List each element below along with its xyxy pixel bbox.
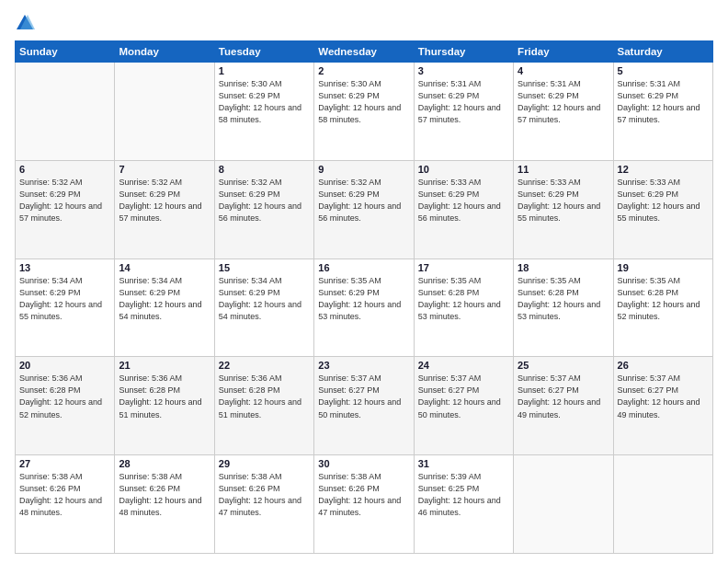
- day-info: Sunrise: 5:38 AM Sunset: 6:26 PM Dayligh…: [219, 471, 310, 519]
- day-info: Sunrise: 5:31 AM Sunset: 6:29 PM Dayligh…: [518, 78, 609, 126]
- calendar-cell: 15Sunrise: 5:34 AM Sunset: 6:29 PM Dayli…: [214, 259, 313, 357]
- day-info: Sunrise: 5:37 AM Sunset: 6:27 PM Dayligh…: [418, 373, 509, 420]
- calendar-week-row: 20Sunrise: 5:36 AM Sunset: 6:28 PM Dayli…: [16, 357, 713, 455]
- weekday-header-sunday: Sunday: [16, 41, 115, 63]
- calendar-cell: 16Sunrise: 5:35 AM Sunset: 6:29 PM Dayli…: [314, 259, 414, 357]
- calendar-cell: 24Sunrise: 5:37 AM Sunset: 6:27 PM Dayli…: [414, 357, 513, 455]
- calendar-cell: 4Sunrise: 5:31 AM Sunset: 6:29 PM Daylig…: [514, 63, 613, 161]
- weekday-header-thursday: Thursday: [414, 41, 513, 63]
- day-number: 22: [219, 360, 310, 371]
- calendar-cell: 17Sunrise: 5:35 AM Sunset: 6:28 PM Dayli…: [414, 259, 513, 357]
- calendar-cell: [613, 455, 712, 554]
- day-info: Sunrise: 5:35 AM Sunset: 6:28 PM Dayligh…: [518, 275, 609, 323]
- day-info: Sunrise: 5:34 AM Sunset: 6:29 PM Dayligh…: [219, 275, 310, 323]
- header: [15, 13, 713, 33]
- calendar-cell: 27Sunrise: 5:38 AM Sunset: 6:26 PM Dayli…: [16, 455, 115, 554]
- calendar-week-row: 1Sunrise: 5:30 AM Sunset: 6:29 PM Daylig…: [16, 63, 713, 161]
- logo-icon: [15, 13, 35, 33]
- day-number: 30: [318, 458, 409, 469]
- calendar-cell: 20Sunrise: 5:36 AM Sunset: 6:28 PM Dayli…: [16, 357, 115, 455]
- day-info: Sunrise: 5:30 AM Sunset: 6:29 PM Dayligh…: [219, 78, 310, 126]
- day-number: 15: [219, 262, 310, 273]
- calendar-header: SundayMondayTuesdayWednesdayThursdayFrid…: [16, 41, 713, 63]
- calendar-cell: [514, 455, 613, 554]
- calendar-week-row: 13Sunrise: 5:34 AM Sunset: 6:29 PM Dayli…: [16, 259, 713, 357]
- calendar-cell: 25Sunrise: 5:37 AM Sunset: 6:27 PM Dayli…: [514, 357, 613, 455]
- calendar-cell: 8Sunrise: 5:32 AM Sunset: 6:29 PM Daylig…: [214, 160, 313, 259]
- day-info: Sunrise: 5:31 AM Sunset: 6:29 PM Dayligh…: [418, 78, 509, 126]
- day-number: 20: [19, 360, 110, 371]
- weekday-header-wednesday: Wednesday: [314, 41, 414, 63]
- day-info: Sunrise: 5:33 AM Sunset: 6:29 PM Dayligh…: [518, 177, 609, 224]
- day-number: 8: [219, 164, 310, 175]
- day-number: 21: [119, 360, 210, 371]
- day-number: 10: [418, 164, 509, 175]
- day-number: 31: [418, 458, 509, 469]
- day-number: 14: [119, 262, 210, 273]
- calendar-cell: [115, 63, 214, 161]
- weekday-header-monday: Monday: [115, 41, 214, 63]
- day-number: 17: [418, 262, 509, 273]
- calendar-cell: 13Sunrise: 5:34 AM Sunset: 6:29 PM Dayli…: [16, 259, 115, 357]
- day-info: Sunrise: 5:30 AM Sunset: 6:29 PM Dayligh…: [318, 78, 409, 126]
- calendar-cell: 11Sunrise: 5:33 AM Sunset: 6:29 PM Dayli…: [514, 160, 613, 259]
- day-number: 13: [19, 262, 110, 273]
- day-info: Sunrise: 5:35 AM Sunset: 6:29 PM Dayligh…: [318, 275, 409, 323]
- day-number: 5: [618, 65, 709, 76]
- calendar-cell: 28Sunrise: 5:38 AM Sunset: 6:26 PM Dayli…: [115, 455, 214, 554]
- calendar-cell: 5Sunrise: 5:31 AM Sunset: 6:29 PM Daylig…: [613, 63, 712, 161]
- day-number: 19: [618, 262, 709, 273]
- calendar-week-row: 6Sunrise: 5:32 AM Sunset: 6:29 PM Daylig…: [16, 160, 713, 259]
- day-number: 27: [19, 458, 110, 469]
- day-number: 3: [418, 65, 509, 76]
- weekday-header-tuesday: Tuesday: [214, 41, 313, 63]
- calendar-cell: 7Sunrise: 5:32 AM Sunset: 6:29 PM Daylig…: [115, 160, 214, 259]
- day-info: Sunrise: 5:37 AM Sunset: 6:27 PM Dayligh…: [518, 373, 609, 420]
- calendar-cell: 18Sunrise: 5:35 AM Sunset: 6:28 PM Dayli…: [514, 259, 613, 357]
- calendar-cell: 1Sunrise: 5:30 AM Sunset: 6:29 PM Daylig…: [214, 63, 313, 161]
- day-number: 18: [518, 262, 609, 273]
- weekday-header-row: SundayMondayTuesdayWednesdayThursdayFrid…: [16, 41, 713, 63]
- calendar-cell: 9Sunrise: 5:32 AM Sunset: 6:29 PM Daylig…: [314, 160, 414, 259]
- day-info: Sunrise: 5:34 AM Sunset: 6:29 PM Dayligh…: [19, 275, 110, 323]
- day-info: Sunrise: 5:35 AM Sunset: 6:28 PM Dayligh…: [618, 275, 709, 323]
- calendar-cell: 19Sunrise: 5:35 AM Sunset: 6:28 PM Dayli…: [613, 259, 712, 357]
- calendar-cell: 30Sunrise: 5:38 AM Sunset: 6:26 PM Dayli…: [314, 455, 414, 554]
- calendar-cell: 10Sunrise: 5:33 AM Sunset: 6:29 PM Dayli…: [414, 160, 513, 259]
- day-info: Sunrise: 5:32 AM Sunset: 6:29 PM Dayligh…: [19, 177, 110, 224]
- day-info: Sunrise: 5:39 AM Sunset: 6:25 PM Dayligh…: [418, 471, 509, 519]
- day-info: Sunrise: 5:37 AM Sunset: 6:27 PM Dayligh…: [318, 373, 409, 420]
- day-number: 6: [19, 164, 110, 175]
- day-number: 1: [219, 65, 310, 76]
- calendar-cell: 14Sunrise: 5:34 AM Sunset: 6:29 PM Dayli…: [115, 259, 214, 357]
- day-info: Sunrise: 5:37 AM Sunset: 6:27 PM Dayligh…: [618, 373, 709, 420]
- day-number: 23: [318, 360, 409, 371]
- calendar-cell: 31Sunrise: 5:39 AM Sunset: 6:25 PM Dayli…: [414, 455, 513, 554]
- day-number: 4: [518, 65, 609, 76]
- day-number: 28: [119, 458, 210, 469]
- calendar-cell: 6Sunrise: 5:32 AM Sunset: 6:29 PM Daylig…: [16, 160, 115, 259]
- weekday-header-saturday: Saturday: [613, 41, 712, 63]
- day-number: 2: [318, 65, 409, 76]
- day-number: 26: [618, 360, 709, 371]
- day-info: Sunrise: 5:36 AM Sunset: 6:28 PM Dayligh…: [219, 373, 310, 420]
- calendar-cell: [16, 63, 115, 161]
- logo: [15, 13, 39, 33]
- day-info: Sunrise: 5:32 AM Sunset: 6:29 PM Dayligh…: [119, 177, 210, 224]
- calendar-cell: 2Sunrise: 5:30 AM Sunset: 6:29 PM Daylig…: [314, 63, 414, 161]
- day-info: Sunrise: 5:38 AM Sunset: 6:26 PM Dayligh…: [19, 471, 110, 519]
- page: SundayMondayTuesdayWednesdayThursdayFrid…: [0, 0, 728, 563]
- day-info: Sunrise: 5:38 AM Sunset: 6:26 PM Dayligh…: [318, 471, 409, 519]
- day-info: Sunrise: 5:35 AM Sunset: 6:28 PM Dayligh…: [418, 275, 509, 323]
- calendar-cell: 29Sunrise: 5:38 AM Sunset: 6:26 PM Dayli…: [214, 455, 313, 554]
- day-number: 11: [518, 164, 609, 175]
- calendar-body: 1Sunrise: 5:30 AM Sunset: 6:29 PM Daylig…: [16, 63, 713, 554]
- calendar-cell: 12Sunrise: 5:33 AM Sunset: 6:29 PM Dayli…: [613, 160, 712, 259]
- calendar-cell: 3Sunrise: 5:31 AM Sunset: 6:29 PM Daylig…: [414, 63, 513, 161]
- day-info: Sunrise: 5:31 AM Sunset: 6:29 PM Dayligh…: [618, 78, 709, 126]
- day-info: Sunrise: 5:32 AM Sunset: 6:29 PM Dayligh…: [318, 177, 409, 224]
- day-number: 16: [318, 262, 409, 273]
- day-number: 9: [318, 164, 409, 175]
- day-number: 12: [618, 164, 709, 175]
- weekday-header-friday: Friday: [514, 41, 613, 63]
